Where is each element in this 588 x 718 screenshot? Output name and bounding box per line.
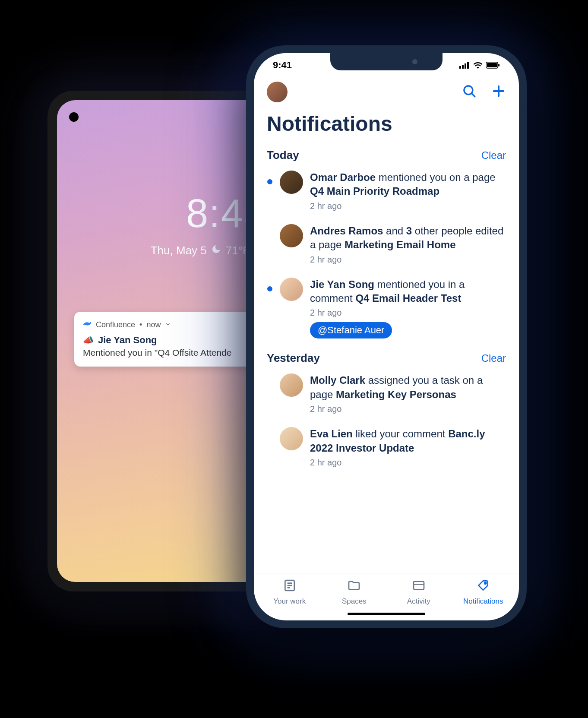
profile-avatar-button[interactable] [267,82,288,102]
tab-your-work[interactable]: Your work [257,579,322,606]
unread-dot-icon [267,179,272,184]
tab-label: Spaces [342,597,367,606]
moon-icon [211,244,221,257]
iphone-screen: 9:41 [254,53,519,620]
wifi-icon [473,62,483,69]
section-title-today: Today [267,149,299,162]
notification-text: Andres Ramos and 3 other people edited a… [310,224,506,252]
avatar [280,224,303,247]
megaphone-icon: 📣 [83,335,94,345]
folder-icon [347,579,361,595]
lockscreen-date: Thu, May 5 [151,244,207,257]
notification-time: 2 hr ago [310,458,506,468]
unread-dot-icon [267,286,272,291]
app-header [254,77,519,106]
notification-item[interactable]: Andres Ramos and 3 other people edited a… [267,224,506,265]
push-when: now [146,320,161,329]
search-icon[interactable] [462,84,477,100]
notification-time: 2 hr ago [310,255,506,265]
notification-actor: Andres Ramos [310,225,383,237]
browser-icon [412,579,426,595]
svg-rect-2 [465,63,466,69]
svg-line-8 [472,94,475,97]
iphone-notch [330,53,443,70]
tab-notifications[interactable]: Notifications [451,579,516,606]
notification-item[interactable]: Eva Lien liked your comment Banc.ly 2022… [267,427,506,468]
svg-rect-6 [498,64,499,66]
notification-actor: Omar Darboe [310,171,376,183]
clear-today-button[interactable]: Clear [481,149,506,161]
status-time: 9:41 [273,60,292,71]
notification-text: Omar Darboe mentioned you on a page Q4 M… [310,171,506,199]
android-camera-hole [69,112,79,122]
tag-icon [476,579,490,595]
notification-item[interactable]: Molly Clark assigned you a task on a pag… [267,373,506,414]
mention-pill[interactable]: @Stefanie Auer [310,322,392,338]
notification-text: Molly Clark assigned you a task on a pag… [310,373,506,402]
svg-point-17 [485,582,487,584]
chevron-down-icon [165,320,171,329]
bottom-tab-bar: Your work Spaces Activity Notifications [254,573,519,608]
section-header-today: Today Clear [267,149,506,162]
cellular-signal-icon [459,62,470,69]
notification-time: 2 hr ago [310,308,506,318]
notification-actor: Molly Clark [310,374,365,386]
svg-rect-5 [487,63,497,67]
svg-rect-0 [459,66,461,69]
battery-icon [486,62,500,69]
confluence-logo-icon [83,319,92,330]
svg-rect-1 [462,65,464,69]
notification-text: Jie Yan Song mentioned you in a comment … [310,278,506,306]
notification-item[interactable]: Omar Darboe mentioned you on a page Q4 M… [267,171,506,211]
notification-count: 3 [406,225,412,237]
iphone-device: 9:41 [246,45,527,628]
notification-time: 2 hr ago [310,201,506,211]
clear-yesterday-button[interactable]: Clear [481,352,506,364]
avatar [280,171,303,194]
notification-text: Eva Lien liked your comment Banc.ly 2022… [310,427,506,455]
tab-activity[interactable]: Activity [386,579,451,606]
notification-mid: mentioned you on a page [376,171,496,183]
home-indicator[interactable] [348,613,425,615]
svg-rect-15 [414,582,424,590]
avatar [280,373,303,397]
notification-target: Q4 Main Priority Roadmap [310,185,439,197]
notification-time: 2 hr ago [310,404,506,414]
push-app-name: Confluence [96,320,135,329]
section-header-yesterday: Yesterday Clear [267,351,506,365]
notification-actor: Jie Yan Song [310,278,374,290]
avatar [280,427,303,450]
tab-spaces[interactable]: Spaces [322,579,387,606]
notification-target: Marketing Key Personas [336,389,456,400]
document-icon [283,579,297,595]
notification-item[interactable]: Jie Yan Song mentioned you in a comment … [267,278,506,339]
svg-rect-3 [467,62,469,69]
notifications-list[interactable]: Today Clear Omar Darboe mentioned you on… [254,146,519,573]
section-title-yesterday: Yesterday [267,351,320,365]
tab-label: Activity [407,597,430,606]
avatar [280,278,303,301]
tab-label: Your work [273,597,306,606]
notification-target: Q4 Email Header Test [355,292,461,304]
notification-actor: Eva Lien [310,428,353,440]
push-title: Jie Yan Song [98,335,157,346]
create-plus-icon[interactable] [491,84,506,100]
push-bullet: • [139,320,142,329]
notification-mid: and [383,225,406,237]
notification-mid: liked your comment [353,428,448,440]
tab-label: Notifications [463,597,503,606]
page-title: Notifications [254,106,519,146]
notification-target: Marketing Email Home [345,239,455,250]
